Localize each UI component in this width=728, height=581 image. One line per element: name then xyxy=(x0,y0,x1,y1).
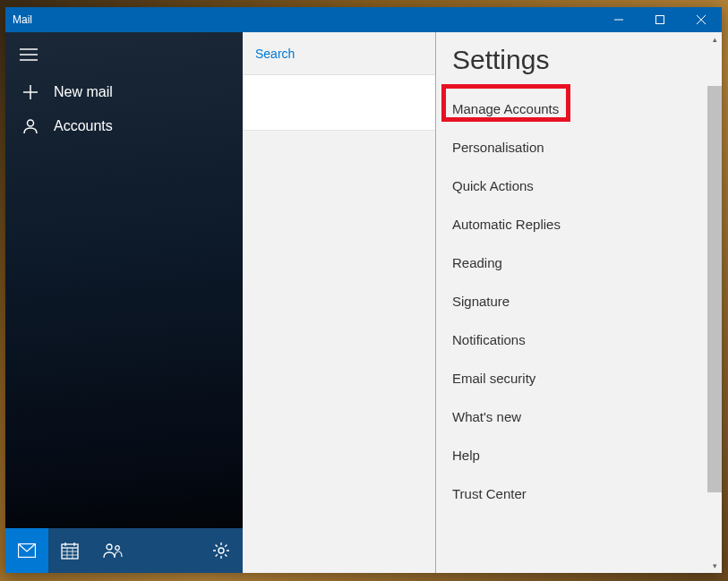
settings-panel: Settings Manage Accounts Personalisation… xyxy=(436,32,722,573)
close-button[interactable] xyxy=(681,7,722,32)
sidebar-top: New mail Accounts xyxy=(5,32,243,528)
settings-item-notifications[interactable]: Notifications xyxy=(436,320,722,359)
svg-point-21 xyxy=(218,548,224,553)
svg-point-20 xyxy=(116,546,120,551)
scrollbar[interactable]: ▴ ▾ xyxy=(707,32,722,573)
svg-point-19 xyxy=(107,544,112,550)
settings-item-manage-accounts[interactable]: Manage Accounts xyxy=(436,90,722,128)
scroll-down-arrow-icon[interactable]: ▾ xyxy=(707,559,722,573)
settings-list: Manage Accounts Personalisation Quick Ac… xyxy=(436,90,722,573)
app-body: New mail Accounts xyxy=(5,32,722,573)
settings-item-help[interactable]: Help xyxy=(436,436,722,474)
gear-icon xyxy=(212,542,230,560)
settings-item-reading[interactable]: Reading xyxy=(436,244,722,282)
calendar-tab-button[interactable] xyxy=(48,528,91,573)
settings-item-trust-center[interactable]: Trust Center xyxy=(436,474,722,513)
search-placeholder: Search xyxy=(255,47,295,61)
settings-button[interactable] xyxy=(200,528,243,573)
sidebar-bottom-bar xyxy=(5,528,243,573)
scroll-up-arrow-icon[interactable]: ▴ xyxy=(707,32,722,47)
person-icon xyxy=(20,118,41,134)
accounts-button[interactable]: Accounts xyxy=(5,109,243,143)
calendar-icon xyxy=(61,542,79,560)
settings-item-email-security[interactable]: Email security xyxy=(436,359,722,397)
maximize-button[interactable] xyxy=(639,7,681,32)
mail-tab-button[interactable] xyxy=(5,528,48,573)
minimize-button[interactable] xyxy=(598,7,639,32)
mail-icon xyxy=(18,543,36,558)
people-icon xyxy=(103,543,123,559)
svg-point-9 xyxy=(28,120,34,126)
titlebar: Mail xyxy=(5,7,722,32)
search-input[interactable]: Search xyxy=(243,32,435,75)
message-list-column: Search xyxy=(243,32,436,573)
window-controls xyxy=(598,7,722,32)
settings-item-personalisation[interactable]: Personalisation xyxy=(436,128,722,167)
scroll-thumb[interactable] xyxy=(707,86,722,492)
svg-rect-1 xyxy=(656,16,664,24)
settings-item-automatic-replies[interactable]: Automatic Replies xyxy=(436,205,722,244)
hamburger-button[interactable] xyxy=(5,32,243,75)
app-window: Mail xyxy=(5,7,722,573)
accounts-label: Accounts xyxy=(54,118,113,134)
settings-item-whats-new[interactable]: What's new xyxy=(436,397,722,436)
new-mail-label: New mail xyxy=(54,84,113,100)
empty-list-row xyxy=(243,75,435,131)
settings-title: Settings xyxy=(436,32,722,90)
settings-item-quick-actions[interactable]: Quick Actions xyxy=(436,167,722,205)
settings-item-signature[interactable]: Signature xyxy=(436,282,722,320)
plus-icon xyxy=(20,84,41,100)
sidebar: New mail Accounts xyxy=(5,32,243,573)
window-title: Mail xyxy=(5,13,598,26)
new-mail-button[interactable]: New mail xyxy=(5,75,243,109)
people-tab-button[interactable] xyxy=(91,528,134,573)
